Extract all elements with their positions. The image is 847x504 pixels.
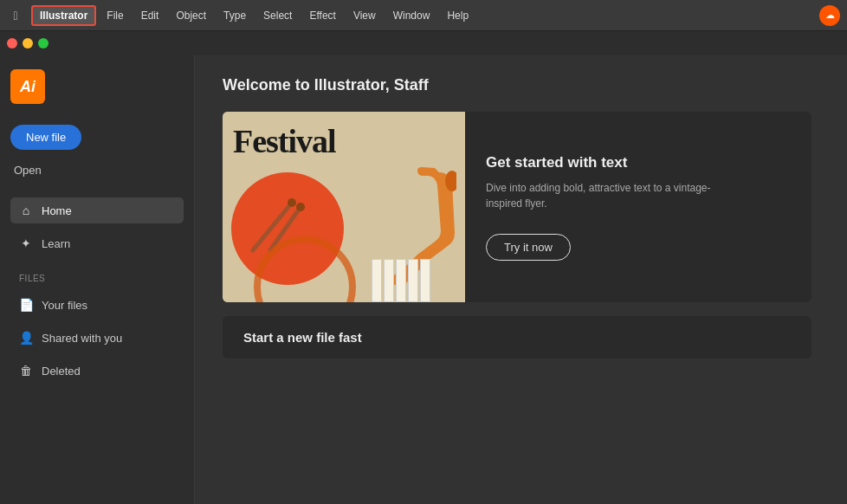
- menu-view[interactable]: View: [346, 7, 383, 24]
- minimize-button[interactable]: [23, 38, 33, 48]
- promo-card: Festival: [223, 112, 811, 302]
- sidebar-item-your-files[interactable]: 📄 Your files: [10, 292, 184, 318]
- promo-description: Dive into adding bold, attractive text t…: [486, 180, 711, 211]
- menu-bar:  Illustrator File Edit Object Type Sele…: [0, 0, 847, 31]
- menu-effect[interactable]: Effect: [302, 7, 342, 24]
- svg-point-7: [257, 240, 352, 303]
- document-icon: 📄: [19, 298, 33, 312]
- menu-window[interactable]: Window: [386, 7, 437, 24]
- main-content: Welcome to Illustrator, Staff Festival: [195, 55, 847, 504]
- ai-logo: Ai: [10, 69, 45, 104]
- menu-type[interactable]: Type: [217, 7, 253, 24]
- start-new-bar: Start a new file fast: [223, 316, 811, 359]
- geometric-decorations: [223, 159, 465, 302]
- open-link[interactable]: Open: [10, 160, 184, 180]
- learn-icon: ✦: [19, 236, 33, 250]
- sidebar-item-your-files-label: Your files: [42, 299, 87, 312]
- festival-image: Festival: [223, 112, 465, 302]
- menu-illustrator[interactable]: Illustrator: [31, 5, 96, 26]
- close-button[interactable]: [7, 38, 17, 48]
- cloud-sync-icon[interactable]: ☁: [819, 5, 840, 26]
- festival-text: Festival: [233, 122, 336, 160]
- app-body: Ai New file Open ⌂ Home ✦ Learn FILES 📄 …: [0, 55, 847, 504]
- home-icon: ⌂: [19, 204, 33, 217]
- promo-text-area: Get started with text Dive into adding b…: [465, 112, 732, 302]
- start-new-title: Start a new file fast: [243, 330, 791, 345]
- menu-select[interactable]: Select: [256, 7, 299, 24]
- shared-icon: 👤: [19, 331, 33, 345]
- menu-object[interactable]: Object: [169, 7, 213, 24]
- sidebar-item-home[interactable]: ⌂ Home: [10, 197, 184, 223]
- files-section-label: FILES: [10, 267, 184, 285]
- fullscreen-button[interactable]: [38, 38, 48, 48]
- sidebar: Ai New file Open ⌂ Home ✦ Learn FILES 📄 …: [0, 55, 195, 504]
- menu-file[interactable]: File: [100, 7, 130, 24]
- sidebar-item-shared[interactable]: 👤 Shared with you: [10, 325, 184, 351]
- sidebar-item-deleted-label: Deleted: [42, 365, 81, 378]
- sidebar-item-learn-label: Learn: [42, 237, 70, 250]
- sidebar-item-deleted[interactable]: 🗑 Deleted: [10, 358, 184, 384]
- promo-heading: Get started with text: [486, 154, 711, 171]
- traffic-lights: [0, 31, 847, 55]
- try-it-now-button[interactable]: Try it now: [486, 234, 571, 261]
- sidebar-item-shared-label: Shared with you: [42, 332, 122, 345]
- menu-help[interactable]: Help: [440, 7, 475, 24]
- new-file-button[interactable]: New file: [10, 125, 81, 150]
- welcome-title: Welcome to Illustrator, Staff: [223, 76, 819, 94]
- sidebar-item-learn[interactable]: ✦ Learn: [10, 230, 184, 256]
- menu-bar-right: ☁: [819, 5, 840, 26]
- apple-icon[interactable]: : [7, 7, 24, 24]
- sidebar-item-home-label: Home: [42, 204, 72, 217]
- menu-edit[interactable]: Edit: [134, 7, 166, 24]
- trash-icon: 🗑: [19, 364, 33, 378]
